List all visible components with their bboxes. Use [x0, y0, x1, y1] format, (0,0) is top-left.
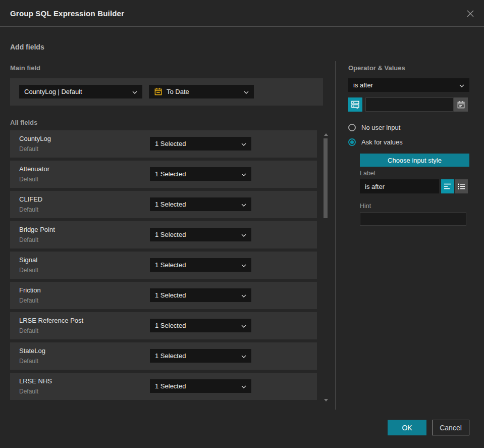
chevron-down-icon [241, 291, 246, 299]
scrollbar-thumb[interactable] [324, 138, 328, 218]
main-field-dropdown-value: CountyLog | Default [24, 88, 82, 95]
field-subtitle: Default [19, 327, 38, 334]
chevron-down-icon [241, 231, 246, 238]
chevron-down-icon [241, 140, 246, 147]
field-name: CountyLog [19, 135, 51, 142]
label-caption: Label [360, 170, 375, 177]
field-values-dropdown-value: 1 Selected [155, 201, 186, 208]
field-values-dropdown-value: 1 Selected [155, 231, 186, 238]
field-row: Signal Default 1 Selected [10, 252, 317, 279]
field-values-dropdown-value: 1 Selected [155, 352, 186, 360]
field-row: LRSE NHS Default 1 Selected [10, 373, 317, 400]
field-values-dropdown[interactable]: 1 Selected [150, 379, 251, 393]
chevron-down-icon [459, 81, 464, 89]
values-list-icon [351, 100, 360, 109]
radio-selected-icon [348, 138, 356, 146]
main-field-heading: Main field [10, 64, 40, 72]
field-values-dropdown[interactable]: 1 Selected [150, 197, 251, 211]
radio-ask-for-values-label: Ask for values [361, 138, 403, 146]
chevron-down-icon [132, 88, 137, 95]
hint-input[interactable] [360, 212, 466, 226]
main-field-type-dropdown[interactable]: To Date [149, 85, 254, 98]
all-fields-heading: All fields [10, 119, 37, 126]
field-subtitle: Default [19, 236, 38, 243]
field-name: LRSE NHS [19, 377, 52, 385]
field-values-dropdown-value: 1 Selected [155, 382, 186, 390]
field-subtitle: Default [19, 358, 38, 365]
field-subtitle: Default [19, 267, 38, 274]
field-subtitle: Default [19, 297, 38, 304]
field-subtitle: Default [19, 176, 38, 183]
operator-values-heading: Operator & Values [348, 64, 405, 72]
field-name: StateLog [19, 347, 45, 355]
bulleted-list-icon [457, 183, 465, 190]
field-values-dropdown-value: 1 Selected [155, 140, 186, 147]
field-values-dropdown-value: 1 Selected [155, 261, 186, 269]
operator-dropdown-value: is after [353, 81, 373, 89]
hint-caption: Hint [360, 203, 371, 210]
field-subtitle: Default [19, 206, 38, 213]
scrollbar-up-arrow[interactable] [324, 133, 328, 136]
field-name: Friction [19, 286, 41, 294]
field-values-dropdown[interactable]: 1 Selected [150, 137, 251, 151]
field-row: StateLog Default 1 Selected [10, 342, 317, 370]
field-values-dropdown[interactable]: 1 Selected [150, 258, 251, 272]
field-name: Attenuator [19, 165, 49, 173]
field-values-dropdown[interactable]: 1 Selected [150, 167, 251, 181]
radio-no-user-input[interactable]: No user input [348, 124, 400, 131]
dialog-title: Group SQL Expression Builder [10, 9, 124, 18]
main-field-dropdown[interactable]: CountyLog | Default [19, 85, 142, 98]
field-name: Signal [19, 256, 37, 264]
field-values-dropdown[interactable]: 1 Selected [150, 228, 251, 241]
field-row: CLIFED Default 1 Selected [10, 191, 317, 218]
calendar-icon [457, 101, 465, 109]
panel-divider [335, 61, 336, 410]
field-row: Friction Default 1 Selected [10, 282, 317, 309]
chevron-down-icon [241, 322, 246, 329]
radio-no-user-input-label: No user input [361, 124, 400, 131]
align-left-icon [444, 183, 452, 190]
field-name: LRSE Reference Post [19, 317, 83, 324]
cancel-button[interactable]: Cancel [432, 420, 469, 435]
field-values-dropdown-value: 1 Selected [155, 322, 186, 329]
values-list-button[interactable] [348, 97, 362, 112]
operator-dropdown[interactable]: is after [348, 78, 469, 92]
chevron-down-icon [241, 201, 246, 208]
field-row: Attenuator Default 1 Selected [10, 161, 317, 188]
dialog-titlebar: Group SQL Expression Builder [0, 0, 484, 27]
date-calendar-icon [154, 87, 163, 96]
field-values-dropdown[interactable]: 1 Selected [150, 288, 251, 302]
field-subtitle: Default [19, 388, 38, 395]
close-icon[interactable] [464, 7, 477, 20]
list-input-style-toggle[interactable] [455, 179, 468, 193]
chevron-down-icon [241, 382, 246, 390]
field-values-dropdown-value: 1 Selected [155, 291, 186, 299]
value-input[interactable] [365, 97, 454, 112]
field-row: Bridge Point Default 1 Selected [10, 221, 317, 248]
ok-button[interactable]: OK [388, 420, 426, 435]
scrollbar-down-arrow[interactable] [324, 399, 328, 402]
field-name: CLIFED [19, 195, 42, 203]
all-fields-list: CountyLog Default 1 Selected Attenuator … [10, 130, 317, 403]
main-field-band: CountyLog | Default To Date [10, 78, 323, 106]
field-values-dropdown[interactable]: 1 Selected [150, 319, 251, 332]
label-input[interactable] [360, 179, 439, 193]
radio-ask-for-values[interactable]: Ask for values [348, 138, 403, 146]
main-field-type-value: To Date [167, 88, 189, 95]
choose-input-style-button[interactable]: Choose input style [360, 154, 469, 167]
chevron-down-icon [241, 352, 246, 360]
chevron-down-icon [241, 170, 246, 178]
chevron-down-icon [241, 261, 246, 269]
single-input-style-toggle[interactable] [441, 179, 454, 193]
field-values-dropdown[interactable]: 1 Selected [150, 349, 251, 363]
field-name: Bridge Point [19, 226, 55, 233]
field-subtitle: Default [19, 145, 38, 153]
radio-circle-icon [348, 124, 356, 131]
chevron-down-icon [244, 88, 249, 95]
field-row: LRSE Reference Post Default 1 Selected [10, 312, 317, 339]
add-fields-heading: Add fields [10, 43, 44, 51]
field-row: CountyLog Default 1 Selected [10, 130, 317, 158]
calendar-picker-button[interactable] [454, 97, 468, 112]
field-values-dropdown-value: 1 Selected [155, 170, 186, 178]
